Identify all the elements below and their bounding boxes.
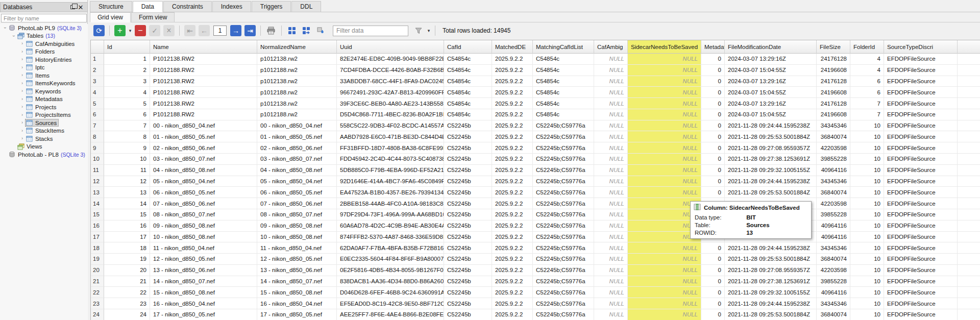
cell-id[interactable]: 5 — [104, 98, 150, 109]
cell-id[interactable]: 8 — [104, 131, 150, 142]
cell-filesize[interactable]: 34345346 — [817, 176, 850, 187]
row-number[interactable]: 13 — [91, 187, 104, 198]
cell-sidecarneedstobesaved[interactable]: NULL — [628, 87, 701, 98]
cell-folderid[interactable]: 10 — [850, 187, 884, 198]
cell-uuid[interactable]: FF31BFFD-18D7-4808-BA38-6C8FE99E7860 — [337, 142, 444, 154]
cell-cafid[interactable]: C52245b — [444, 165, 492, 176]
collapsed-chevron-icon[interactable]: › — [19, 104, 25, 110]
print-button[interactable] — [265, 25, 277, 36]
filter-data-input[interactable] — [333, 26, 408, 36]
cell-matchingcafidlist[interactable]: C52245b;C59776a — [533, 142, 594, 154]
cell-name[interactable]: 09 - nikon_d850_08.nef — [150, 220, 257, 232]
cell-uuid[interactable]: EF5EAD0D-8C19-42C8-9E50-8BF712CDABA2 — [337, 298, 444, 309]
collapsed-chevron-icon[interactable]: › — [19, 81, 25, 86]
row-number[interactable]: 10 — [91, 154, 104, 165]
cell-sourcetypediscri[interactable]: EFDOPFileSource — [884, 198, 958, 209]
collapsed-chevron-icon[interactable]: › — [19, 112, 25, 118]
row-number[interactable]: 3 — [91, 76, 104, 87]
cell-matchingcafidlist[interactable]: C52245b;C59776a — [533, 176, 594, 187]
cell-folderid[interactable]: 10 — [850, 220, 884, 232]
float-panel-icon[interactable] — [68, 4, 77, 11]
cell-metadatai[interactable]: 0 — [701, 54, 725, 65]
cell-id[interactable]: 3 — [104, 76, 150, 87]
cell-name[interactable]: 02 - nikon_d850_06.nef — [150, 142, 257, 154]
cell-cafambig[interactable]: NULL — [594, 98, 628, 109]
cell-filemodificationdate[interactable]: 2021-11-28 09:24:44.1595238Z — [725, 176, 817, 187]
cell-folderid[interactable]: 4 — [850, 65, 884, 76]
cell-sidecarneedstobesaved[interactable]: NULL — [628, 298, 701, 309]
cell-filemodificationdate[interactable]: 2021-11-28 09:25:53.5001884Z — [725, 309, 817, 320]
cell-matchedde[interactable]: 2025.9.2.2 — [492, 298, 533, 309]
cell-name[interactable]: 04 - nikon_d850_08.nef — [150, 165, 257, 176]
cell-normalizedname[interactable]: p1012138.rw2 — [257, 54, 337, 65]
cell-cafid[interactable]: C54854c — [444, 76, 492, 87]
row-number[interactable]: 4 — [91, 87, 104, 98]
column-header-sourcetypediscri[interactable]: SourceTypeDiscri — [884, 40, 958, 54]
cell-filemodificationdate[interactable]: 2021-11-28 09:27:08.9559357Z — [725, 142, 817, 154]
cell-folderid[interactable]: 10 — [850, 287, 884, 298]
cell-id[interactable]: 19 — [104, 254, 150, 265]
cell-uuid[interactable]: AABD7928-E6C0-471B-BE3D-C844D4E647F3 — [337, 131, 444, 142]
cell-filemodificationdate[interactable]: 2021-11-28 09:25:53.5001884Z — [725, 131, 817, 142]
first-page-button[interactable]: ⇤ — [184, 25, 195, 36]
collapsed-chevron-icon[interactable]: › — [19, 72, 25, 78]
cell-id[interactable]: 20 — [104, 265, 150, 276]
cell-cafambig[interactable]: NULL — [594, 87, 628, 98]
cell-matchingcafidlist[interactable]: C52245b;C59776a — [533, 287, 594, 298]
cell-sidecarneedstobesaved[interactable]: NULL — [628, 265, 701, 276]
cell-cafambig[interactable]: NULL — [594, 309, 628, 320]
cell-id[interactable]: 14 — [104, 198, 150, 209]
cell-cafid[interactable]: C54854c — [444, 54, 492, 65]
cell-id[interactable]: 23 — [104, 298, 150, 309]
cell-filemodificationdate[interactable]: 2024-03-07 15:04:55Z — [725, 65, 817, 76]
cell-cafid[interactable]: C54854c — [444, 65, 492, 76]
cell-metadatai[interactable]: 0 — [701, 176, 725, 187]
cell-matchedde[interactable]: 2025.9.2.2 — [492, 165, 533, 176]
collapsed-chevron-icon[interactable]: › — [19, 136, 25, 141]
cell-name[interactable]: P1012188.RW2 — [150, 87, 257, 98]
cell-cafid[interactable]: C52245b — [444, 131, 492, 142]
cell-id[interactable]: 6 — [104, 109, 150, 120]
cell-name[interactable]: 13 - nikon_d850_06.nef — [150, 265, 257, 276]
cell-matchingcafidlist[interactable]: C52245b;C59776a — [533, 120, 594, 132]
cell-sourcetypediscri[interactable]: EFDOPFileSource — [884, 142, 958, 154]
cell-matchedde[interactable]: 2025.9.2.2 — [492, 232, 533, 243]
cell-filesize[interactable]: 40964116 — [817, 232, 850, 243]
cell-cafid[interactable]: C54854c — [444, 109, 492, 120]
cell-filesize[interactable]: 24176128 — [817, 54, 850, 65]
cell-normalizedname[interactable]: 07 - nikon_d850_06.nef — [257, 198, 337, 209]
column-header-metadatai[interactable]: MetadataI — [701, 40, 725, 54]
cell-filemodificationdate[interactable]: 2021-11-28 09:24:44.1595238Z — [725, 298, 817, 309]
cell-metadatai[interactable]: 0 — [701, 120, 725, 132]
tree-item-folders[interactable]: ›Folders — [0, 48, 88, 56]
column-header-matchingcafidlist[interactable]: MatchingCafIdList — [533, 40, 594, 54]
cell-name[interactable]: 08 - nikon_d850_07.nef — [150, 209, 257, 220]
cell-filesize[interactable]: 40964116 — [817, 287, 850, 298]
cell-normalizedname[interactable]: p1012188.rw2 — [257, 109, 337, 120]
cell-matchedde[interactable]: 2025.9.2.2 — [492, 254, 533, 265]
cell-metadatai[interactable]: 0 — [701, 265, 725, 276]
cell-sidecarneedstobesaved[interactable]: NULL — [628, 109, 701, 120]
cell-matchedde[interactable]: 2025.9.2.2 — [492, 87, 533, 98]
cell-cafambig[interactable]: NULL — [594, 209, 628, 220]
cell-normalizedname[interactable]: 10 - nikon_d850_08.nef — [257, 232, 337, 243]
column-header-name[interactable]: Name — [150, 40, 257, 54]
cell-name[interactable]: 01 - nikon_d850_05.nef — [150, 131, 257, 142]
cell-filemodificationdate[interactable]: 2021-11-28 09:25:53.5001884Z — [725, 187, 817, 198]
tree-item-items[interactable]: ›Items — [0, 71, 88, 80]
tree-item-projects[interactable]: ›Projects — [0, 103, 88, 111]
subtab-grid-view[interactable]: Grid view — [90, 12, 131, 22]
cell-sourcetypediscri[interactable]: EFDOPFileSource — [884, 120, 958, 132]
cell-id[interactable]: 17 — [104, 232, 150, 243]
cell-matchedde[interactable]: 2025.9.2.2 — [492, 131, 533, 142]
cell-normalizedname[interactable]: p1012138.rw2 — [257, 98, 337, 109]
filter-mode-caret[interactable]: ▾ — [426, 25, 432, 36]
cell-name[interactable]: P1012188.RW2 — [150, 65, 257, 76]
cell-sourcetypediscri[interactable]: EFDOPFileSource — [884, 131, 958, 142]
cell-cafambig[interactable]: NULL — [594, 65, 628, 76]
cell-matchingcafidlist[interactable]: C52245b;C59776a — [533, 131, 594, 142]
cell-uuid[interactable]: 0E2F5816-4DB5-4B34-8055-9B1267F05113 — [337, 265, 444, 276]
cell-cafid[interactable]: C52245b — [444, 176, 492, 187]
cell-filesize[interactable]: 39855228 — [817, 276, 850, 287]
cell-filesize[interactable]: 42203598 — [817, 198, 850, 209]
